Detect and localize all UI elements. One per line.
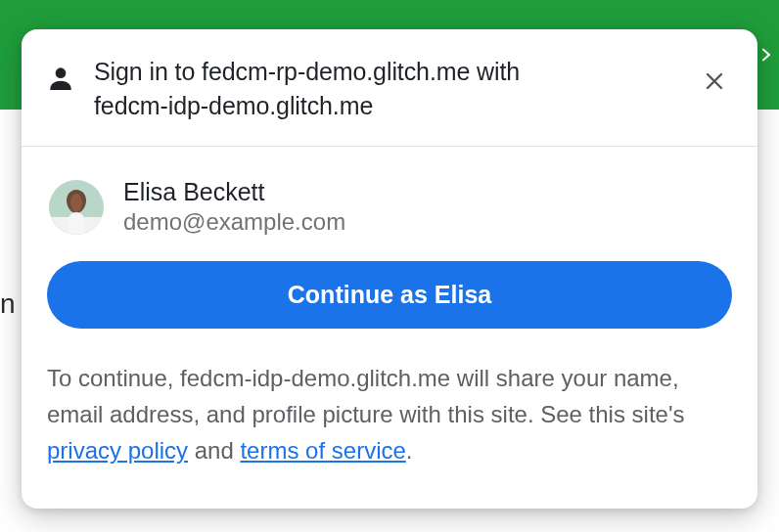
account-row[interactable]: Elisa Beckett demo@example.com xyxy=(47,178,732,261)
disclosure-prefix: To continue, fedcm-idp-demo.glitch.me wi… xyxy=(47,365,685,427)
disclosure-suffix: . xyxy=(406,437,413,464)
fedcm-signin-dialog: Sign in to fedcm-rp-demo.glitch.me with … xyxy=(22,29,757,509)
account-email: demo@example.com xyxy=(123,208,345,236)
close-icon xyxy=(703,69,726,96)
dialog-title: Sign in to fedcm-rp-demo.glitch.me with … xyxy=(94,55,677,122)
privacy-policy-link[interactable]: privacy policy xyxy=(47,437,188,464)
account-name: Elisa Beckett xyxy=(123,178,345,206)
page-truncated-text: n xyxy=(0,288,16,320)
dialog-title-line2: fedcm-idp-demo.glitch.me xyxy=(94,92,373,119)
account-text: Elisa Beckett demo@example.com xyxy=(123,178,345,236)
continue-button[interactable]: Continue as Elisa xyxy=(47,261,732,329)
dialog-header: Sign in to fedcm-rp-demo.glitch.me with … xyxy=(22,29,757,147)
close-button[interactable] xyxy=(695,63,734,102)
disclosure-text: To continue, fedcm-idp-demo.glitch.me wi… xyxy=(47,360,732,469)
disclosure-middle: and xyxy=(188,437,240,464)
person-icon xyxy=(45,63,76,94)
avatar xyxy=(49,180,104,235)
terms-of-service-link[interactable]: terms of service xyxy=(240,437,405,464)
dialog-body: Elisa Beckett demo@example.com Continue … xyxy=(22,147,757,509)
svg-point-0 xyxy=(56,67,67,78)
dialog-title-line1: Sign in to fedcm-rp-demo.glitch.me with xyxy=(94,58,520,85)
banner-chevron-glyph xyxy=(757,46,775,64)
